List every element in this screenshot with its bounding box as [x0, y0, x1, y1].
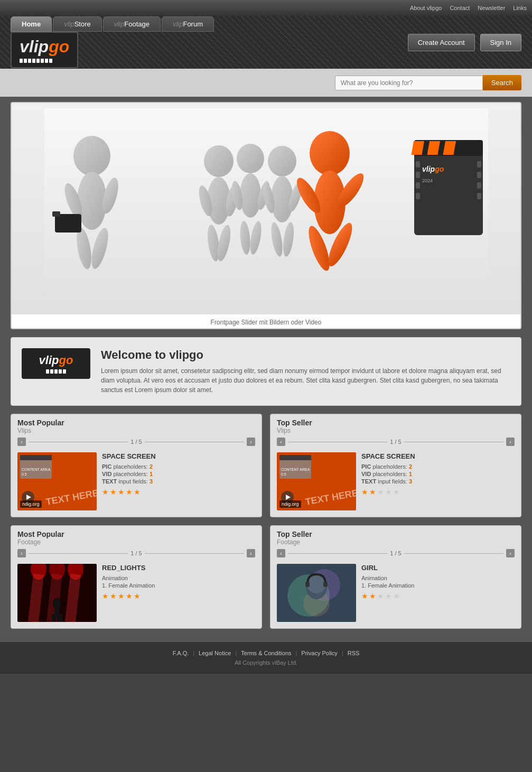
most-popular-footage-header: Most Popular Footage	[11, 526, 262, 547]
top-seller-footage-thumb[interactable]	[277, 564, 356, 622]
tab-home-label: Home	[22, 20, 41, 28]
legal-notice-link[interactable]: Legal Notice	[199, 650, 231, 656]
svg-rect-44	[477, 161, 481, 168]
top-seller-vlips-heading: Top Seller	[277, 418, 515, 427]
most-popular-vlips-thumb[interactable]: CONTENT AREA 0.5 TEXT HERE ndig.org	[17, 452, 97, 510]
hero-slider: vlipgo 2024 Frontpage Slider mit Bildern…	[11, 102, 521, 329]
welcome-text: Welcome to vlipgo Lorem ipsum dolor sit …	[101, 348, 510, 395]
next-top-seller-footage[interactable]: ›	[506, 549, 515, 557]
most-popular-footage-page: 1 / 5	[130, 550, 142, 556]
logo: vlipgo	[11, 32, 78, 68]
svg-text:vlipgo: vlipgo	[422, 165, 444, 173]
svg-rect-7	[55, 214, 81, 232]
hero-svg: vlipgo 2024	[44, 108, 488, 309]
top-seller-vlips-thumb[interactable]: CONTENT AREA 0.5 TEXT HERE ndig.org	[277, 452, 356, 510]
top-seller-footage-nav: ‹ 1 / 5 ›	[270, 547, 521, 560]
privacy-policy-link[interactable]: Privacy Policy	[301, 650, 337, 656]
svg-rect-73	[52, 614, 56, 622]
svg-point-2	[77, 172, 107, 230]
rss-link[interactable]: RSS	[348, 650, 360, 656]
next-top-seller-vlips[interactable]: ›	[506, 438, 515, 446]
svg-rect-42	[416, 182, 420, 189]
welcome-logo: vlipgo	[22, 348, 90, 379]
welcome-section: vlipgo Welcome to vlipgo Lorem ipsum dol…	[11, 337, 521, 406]
prev-top-seller-footage[interactable]: ‹	[277, 549, 285, 557]
top-seller-footage-content: GIRL Animation 1. Female Animation ★ ★ ★…	[270, 560, 521, 628]
most-popular-footage-sub: Footage	[17, 538, 255, 546]
slider-inner: vlipgo 2024	[12, 103, 520, 314]
top-seller-footage-panel: Top Seller Footage ‹ 1 / 5 ›	[270, 525, 521, 629]
top-seller-footage-page: 1 / 5	[390, 550, 401, 556]
svg-point-71	[53, 598, 61, 609]
most-popular-footage-name: RED_LIGHTS	[102, 564, 255, 572]
create-account-button[interactable]: Create Account	[408, 34, 475, 51]
most-popular-footage-panel: Most Popular Footage ‹ 1 / 5 ›	[11, 525, 262, 629]
most-popular-vlips-info: SPACE SCREEN PIC placeholders: 2 VID pla…	[102, 452, 255, 510]
most-popular-vlips-sub: Vlips	[17, 427, 255, 434]
tab-home[interactable]: Home	[11, 16, 52, 32]
header-auth-buttons: Create Account Sign In	[408, 34, 521, 51]
svg-rect-74	[58, 614, 62, 622]
most-popular-footage-nav: ‹ 1 / 5 ›	[11, 547, 262, 560]
svg-rect-45	[477, 172, 481, 178]
svg-rect-81	[305, 582, 310, 587]
search-button[interactable]: Search	[483, 75, 521, 90]
top-seller-footage-heading: Top Seller	[277, 530, 515, 538]
top-seller-vlips-page: 1 / 5	[390, 439, 401, 445]
most-popular-footage-thumb[interactable]	[17, 564, 97, 622]
contact-link[interactable]: Contact	[450, 5, 470, 11]
next-most-popular-vlips[interactable]: ›	[247, 438, 255, 446]
most-popular-vlips-name: SPACE SCREEN	[102, 452, 255, 460]
svg-rect-50	[20, 455, 52, 460]
top-seller-vlips-stars: ★ ★ ★ ★ ★	[361, 488, 515, 496]
next-most-popular-footage[interactable]: ›	[247, 549, 255, 557]
top-seller-footage-sub: Footage	[277, 538, 515, 546]
top-seller-vlips-nav: ‹ 1 / 5 ›	[270, 435, 521, 448]
tab-store[interactable]: vlipStore	[53, 16, 102, 32]
prev-most-popular-vlips[interactable]: ‹	[17, 438, 26, 446]
terms-conditions-link[interactable]: Terms & Conditions	[241, 650, 291, 656]
svg-line-68	[33, 574, 39, 622]
most-popular-vlips-content: CONTENT AREA 0.5 TEXT HERE ndig.org SPAC…	[11, 448, 262, 517]
welcome-body: Lorem ipsum dolor sit amet, consetetur s…	[101, 366, 510, 395]
svg-point-21	[268, 146, 296, 176]
footer-links: F.A.Q. | Legal Notice | Terms & Conditio…	[11, 650, 521, 656]
vlips-row: Most Popular Vlips ‹ 1 / 5 › CONTENT ARE…	[11, 414, 521, 517]
newsletter-link[interactable]: Newsletter	[478, 5, 505, 11]
prev-most-popular-footage[interactable]: ‹	[17, 549, 26, 557]
most-popular-footage-heading: Most Popular	[17, 530, 255, 538]
top-seller-vlips-panel: Top Seller Vlips ‹ 1 / 5 › CONTENT AREA	[270, 414, 521, 517]
svg-rect-8	[52, 211, 60, 217]
sign-in-button[interactable]: Sign In	[480, 34, 521, 51]
most-popular-vlips-heading: Most Popular	[17, 418, 255, 427]
top-seller-vlips-name: SPACE SCREEN	[361, 452, 515, 460]
svg-text:2024: 2024	[422, 178, 433, 183]
svg-point-15	[237, 144, 264, 173]
svg-line-70	[70, 574, 76, 622]
welcome-title: Welcome to vlipgo	[101, 348, 510, 362]
about-link[interactable]: About vlipgo	[410, 5, 442, 11]
svg-rect-43	[416, 193, 420, 199]
links-link[interactable]: Links	[513, 5, 527, 11]
svg-point-16	[240, 173, 261, 218]
top-nav-links: About vlipgo Contact Newsletter Links	[410, 5, 527, 11]
most-popular-footage-content: RED_LIGHTS Animation 1. Female Animation…	[11, 560, 262, 628]
top-seller-footage-info: GIRL Animation 1. Female Animation ★ ★ ★…	[361, 564, 515, 622]
svg-rect-58	[279, 455, 311, 460]
film-strip	[20, 59, 69, 63]
top-seller-vlips-content: CONTENT AREA 0.5 TEXT HERE ndig.org SPAC…	[270, 448, 521, 517]
faq-link[interactable]: F.A.Q.	[173, 650, 189, 656]
svg-point-27	[310, 131, 350, 175]
top-seller-footage-header: Top Seller Footage	[270, 526, 521, 547]
tab-forum[interactable]: vlipForum	[162, 16, 214, 32]
search-input[interactable]	[335, 76, 483, 90]
top-seller-vlips-header: Top Seller Vlips	[270, 414, 521, 435]
prev-top-seller-vlips[interactable]: ‹	[277, 438, 285, 446]
tab-footage[interactable]: vlipFootage	[103, 16, 161, 32]
footer: F.A.Q. | Legal Notice | Terms & Conditio…	[0, 642, 532, 674]
svg-point-9	[204, 145, 234, 177]
svg-text:0.5: 0.5	[22, 472, 27, 476]
top-nav: About vlipgo Contact Newsletter Links	[0, 0, 532, 16]
footage-row: Most Popular Footage ‹ 1 / 5 ›	[11, 525, 521, 629]
top-seller-vlips-sub: Vlips	[277, 427, 515, 434]
